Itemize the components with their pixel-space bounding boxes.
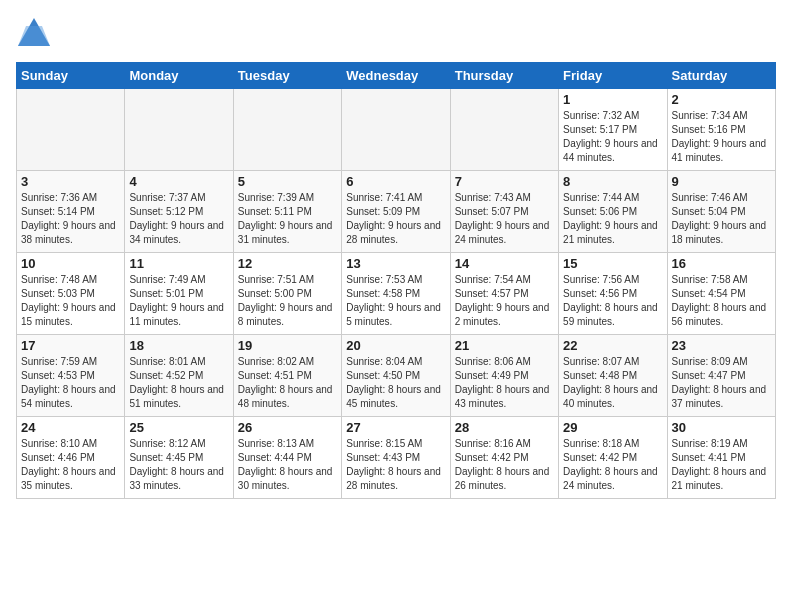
day-number: 27	[346, 420, 445, 435]
day-cell: 22Sunrise: 8:07 AM Sunset: 4:48 PM Dayli…	[559, 335, 667, 417]
weekday-saturday: Saturday	[667, 63, 775, 89]
day-cell: 29Sunrise: 8:18 AM Sunset: 4:42 PM Dayli…	[559, 417, 667, 499]
day-info: Sunrise: 8:16 AM Sunset: 4:42 PM Dayligh…	[455, 437, 554, 493]
calendar-table: SundayMondayTuesdayWednesdayThursdayFrid…	[16, 62, 776, 499]
day-number: 2	[672, 92, 771, 107]
logo-icon	[16, 16, 52, 52]
week-row-1: 3Sunrise: 7:36 AM Sunset: 5:14 PM Daylig…	[17, 171, 776, 253]
day-info: Sunrise: 8:06 AM Sunset: 4:49 PM Dayligh…	[455, 355, 554, 411]
day-info: Sunrise: 7:56 AM Sunset: 4:56 PM Dayligh…	[563, 273, 662, 329]
day-cell: 30Sunrise: 8:19 AM Sunset: 4:41 PM Dayli…	[667, 417, 775, 499]
day-number: 6	[346, 174, 445, 189]
day-cell: 19Sunrise: 8:02 AM Sunset: 4:51 PM Dayli…	[233, 335, 341, 417]
day-number: 1	[563, 92, 662, 107]
day-info: Sunrise: 8:19 AM Sunset: 4:41 PM Dayligh…	[672, 437, 771, 493]
day-info: Sunrise: 7:58 AM Sunset: 4:54 PM Dayligh…	[672, 273, 771, 329]
day-number: 9	[672, 174, 771, 189]
day-cell: 20Sunrise: 8:04 AM Sunset: 4:50 PM Dayli…	[342, 335, 450, 417]
day-info: Sunrise: 7:39 AM Sunset: 5:11 PM Dayligh…	[238, 191, 337, 247]
day-info: Sunrise: 8:15 AM Sunset: 4:43 PM Dayligh…	[346, 437, 445, 493]
day-info: Sunrise: 8:13 AM Sunset: 4:44 PM Dayligh…	[238, 437, 337, 493]
day-cell: 10Sunrise: 7:48 AM Sunset: 5:03 PM Dayli…	[17, 253, 125, 335]
day-info: Sunrise: 7:41 AM Sunset: 5:09 PM Dayligh…	[346, 191, 445, 247]
day-cell: 27Sunrise: 8:15 AM Sunset: 4:43 PM Dayli…	[342, 417, 450, 499]
day-number: 10	[21, 256, 120, 271]
weekday-friday: Friday	[559, 63, 667, 89]
day-cell: 16Sunrise: 7:58 AM Sunset: 4:54 PM Dayli…	[667, 253, 775, 335]
day-number: 24	[21, 420, 120, 435]
day-cell: 3Sunrise: 7:36 AM Sunset: 5:14 PM Daylig…	[17, 171, 125, 253]
day-cell: 28Sunrise: 8:16 AM Sunset: 4:42 PM Dayli…	[450, 417, 558, 499]
day-info: Sunrise: 8:02 AM Sunset: 4:51 PM Dayligh…	[238, 355, 337, 411]
day-number: 22	[563, 338, 662, 353]
header	[16, 16, 776, 52]
day-info: Sunrise: 7:54 AM Sunset: 4:57 PM Dayligh…	[455, 273, 554, 329]
day-cell	[450, 89, 558, 171]
day-number: 20	[346, 338, 445, 353]
day-cell: 7Sunrise: 7:43 AM Sunset: 5:07 PM Daylig…	[450, 171, 558, 253]
day-number: 21	[455, 338, 554, 353]
week-row-4: 24Sunrise: 8:10 AM Sunset: 4:46 PM Dayli…	[17, 417, 776, 499]
day-cell: 2Sunrise: 7:34 AM Sunset: 5:16 PM Daylig…	[667, 89, 775, 171]
week-row-0: 1Sunrise: 7:32 AM Sunset: 5:17 PM Daylig…	[17, 89, 776, 171]
day-info: Sunrise: 7:51 AM Sunset: 5:00 PM Dayligh…	[238, 273, 337, 329]
day-number: 16	[672, 256, 771, 271]
day-cell: 15Sunrise: 7:56 AM Sunset: 4:56 PM Dayli…	[559, 253, 667, 335]
day-number: 3	[21, 174, 120, 189]
day-info: Sunrise: 7:43 AM Sunset: 5:07 PM Dayligh…	[455, 191, 554, 247]
day-number: 17	[21, 338, 120, 353]
day-number: 30	[672, 420, 771, 435]
day-number: 18	[129, 338, 228, 353]
day-number: 12	[238, 256, 337, 271]
day-number: 5	[238, 174, 337, 189]
day-info: Sunrise: 8:09 AM Sunset: 4:47 PM Dayligh…	[672, 355, 771, 411]
day-cell: 1Sunrise: 7:32 AM Sunset: 5:17 PM Daylig…	[559, 89, 667, 171]
day-cell: 9Sunrise: 7:46 AM Sunset: 5:04 PM Daylig…	[667, 171, 775, 253]
day-number: 25	[129, 420, 228, 435]
day-cell: 18Sunrise: 8:01 AM Sunset: 4:52 PM Dayli…	[125, 335, 233, 417]
day-cell	[342, 89, 450, 171]
day-number: 13	[346, 256, 445, 271]
day-info: Sunrise: 7:53 AM Sunset: 4:58 PM Dayligh…	[346, 273, 445, 329]
day-info: Sunrise: 7:49 AM Sunset: 5:01 PM Dayligh…	[129, 273, 228, 329]
day-info: Sunrise: 8:01 AM Sunset: 4:52 PM Dayligh…	[129, 355, 228, 411]
day-number: 7	[455, 174, 554, 189]
day-cell: 11Sunrise: 7:49 AM Sunset: 5:01 PM Dayli…	[125, 253, 233, 335]
day-cell	[125, 89, 233, 171]
day-info: Sunrise: 7:34 AM Sunset: 5:16 PM Dayligh…	[672, 109, 771, 165]
day-cell: 14Sunrise: 7:54 AM Sunset: 4:57 PM Dayli…	[450, 253, 558, 335]
weekday-wednesday: Wednesday	[342, 63, 450, 89]
day-info: Sunrise: 7:48 AM Sunset: 5:03 PM Dayligh…	[21, 273, 120, 329]
day-cell: 12Sunrise: 7:51 AM Sunset: 5:00 PM Dayli…	[233, 253, 341, 335]
day-info: Sunrise: 8:10 AM Sunset: 4:46 PM Dayligh…	[21, 437, 120, 493]
day-info: Sunrise: 7:46 AM Sunset: 5:04 PM Dayligh…	[672, 191, 771, 247]
day-number: 4	[129, 174, 228, 189]
day-cell: 23Sunrise: 8:09 AM Sunset: 4:47 PM Dayli…	[667, 335, 775, 417]
day-info: Sunrise: 7:37 AM Sunset: 5:12 PM Dayligh…	[129, 191, 228, 247]
weekday-tuesday: Tuesday	[233, 63, 341, 89]
week-row-2: 10Sunrise: 7:48 AM Sunset: 5:03 PM Dayli…	[17, 253, 776, 335]
day-cell: 8Sunrise: 7:44 AM Sunset: 5:06 PM Daylig…	[559, 171, 667, 253]
day-info: Sunrise: 8:07 AM Sunset: 4:48 PM Dayligh…	[563, 355, 662, 411]
day-number: 14	[455, 256, 554, 271]
logo	[16, 16, 56, 52]
day-info: Sunrise: 8:18 AM Sunset: 4:42 PM Dayligh…	[563, 437, 662, 493]
day-number: 19	[238, 338, 337, 353]
day-cell: 25Sunrise: 8:12 AM Sunset: 4:45 PM Dayli…	[125, 417, 233, 499]
day-cell: 21Sunrise: 8:06 AM Sunset: 4:49 PM Dayli…	[450, 335, 558, 417]
weekday-header-row: SundayMondayTuesdayWednesdayThursdayFrid…	[17, 63, 776, 89]
week-row-3: 17Sunrise: 7:59 AM Sunset: 4:53 PM Dayli…	[17, 335, 776, 417]
day-cell: 6Sunrise: 7:41 AM Sunset: 5:09 PM Daylig…	[342, 171, 450, 253]
weekday-monday: Monday	[125, 63, 233, 89]
day-cell: 4Sunrise: 7:37 AM Sunset: 5:12 PM Daylig…	[125, 171, 233, 253]
day-number: 28	[455, 420, 554, 435]
day-cell	[17, 89, 125, 171]
day-info: Sunrise: 7:36 AM Sunset: 5:14 PM Dayligh…	[21, 191, 120, 247]
day-number: 29	[563, 420, 662, 435]
day-cell: 13Sunrise: 7:53 AM Sunset: 4:58 PM Dayli…	[342, 253, 450, 335]
day-number: 11	[129, 256, 228, 271]
day-number: 15	[563, 256, 662, 271]
svg-marker-1	[18, 26, 50, 46]
day-info: Sunrise: 7:44 AM Sunset: 5:06 PM Dayligh…	[563, 191, 662, 247]
day-info: Sunrise: 8:04 AM Sunset: 4:50 PM Dayligh…	[346, 355, 445, 411]
